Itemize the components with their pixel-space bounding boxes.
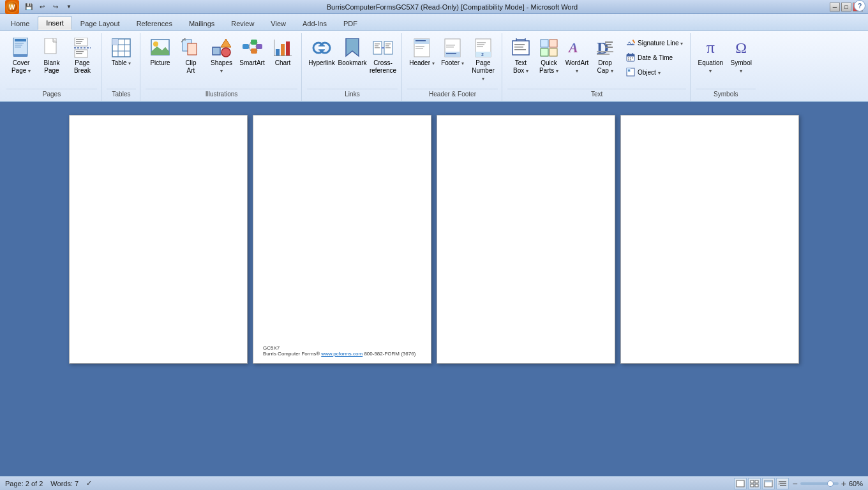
text-box-button[interactable]: TextBox ▾	[507, 34, 534, 79]
svg-rect-96	[632, 40, 635, 43]
svg-rect-15	[76, 51, 84, 52]
svg-rect-45	[286, 41, 290, 56]
svg-rect-36	[256, 44, 262, 49]
page-3-content	[437, 115, 615, 363]
chart-button[interactable]: Chart	[268, 34, 297, 79]
svg-rect-104	[628, 59, 629, 61]
footer-button[interactable]: Footer ▾	[438, 34, 467, 79]
redo-quick-btn[interactable]: ↪	[50, 1, 61, 13]
svg-rect-109	[737, 480, 744, 487]
tab-references[interactable]: References	[128, 16, 181, 30]
drop-cap-label: DropCap ▾	[597, 59, 613, 75]
quick-parts-button[interactable]: QuickParts ▾	[535, 34, 562, 79]
tab-home[interactable]: Home	[3, 16, 38, 30]
tab-insert[interactable]: Insert	[38, 16, 72, 30]
table-button[interactable]: Table ▾	[107, 34, 136, 79]
tab-mailings[interactable]: Mailings	[181, 16, 223, 30]
tab-pdf[interactable]: PDF	[335, 16, 366, 30]
picture-button[interactable]: Picture	[146, 34, 175, 79]
page-number-button[interactable]: 2 PageNumber ▾	[468, 34, 498, 84]
footer-link[interactable]: www.pcforms.com	[321, 351, 363, 357]
svg-line-38	[249, 47, 251, 51]
minimize-btn[interactable]: ─	[830, 3, 840, 11]
zoom-handle[interactable]	[827, 480, 834, 487]
signature-line-button[interactable]: Signature Line ▾	[622, 36, 686, 50]
svg-rect-77	[513, 41, 529, 55]
svg-rect-68	[446, 53, 456, 54]
header-icon	[412, 38, 432, 58]
view-buttons	[734, 478, 789, 489]
blank-page-button[interactable]: BlankPage	[37, 34, 66, 79]
shapes-button[interactable]: Shapes ▾	[207, 34, 236, 79]
svg-rect-94	[597, 54, 610, 55]
print-layout-btn[interactable]	[734, 478, 747, 489]
spell-check-icon[interactable]: ✓	[86, 479, 92, 487]
svg-rect-84	[541, 40, 548, 47]
help-button[interactable]: ?	[854, 0, 865, 11]
quick-access-toolbar: 💾 ↩ ↪ ▼	[23, 1, 75, 13]
save-quick-btn[interactable]: 💾	[23, 1, 34, 13]
zoom-slider[interactable]	[800, 482, 839, 485]
bookmark-icon	[342, 38, 363, 58]
wordart-button[interactable]: A WordArt ▾	[564, 34, 590, 79]
cover-page-label: CoverPage ▾	[11, 59, 31, 75]
svg-rect-98	[627, 54, 634, 57]
svg-rect-70	[446, 47, 454, 48]
zoom-level: 60%	[849, 480, 863, 487]
svg-rect-62	[414, 39, 430, 44]
full-screen-btn[interactable]	[748, 478, 761, 489]
restore-btn[interactable]: □	[841, 3, 851, 11]
qa-dropdown-btn[interactable]: ▼	[63, 1, 75, 13]
bookmark-button[interactable]: Bookmark	[338, 34, 367, 79]
web-layout-btn[interactable]	[762, 478, 775, 489]
page-2: GC5X7 Burris Computer Forms® www.pcforms…	[253, 115, 431, 364]
tables-buttons: Table ▾	[107, 33, 136, 87]
page-4	[620, 115, 799, 364]
quick-parts-label: QuickParts ▾	[539, 59, 558, 75]
svg-rect-53	[375, 43, 380, 45]
links-buttons: Hyperlink Bookmark	[307, 33, 398, 87]
svg-rect-58	[385, 45, 389, 47]
ribbon-group-header-footer: Header ▾ Footer ▾	[403, 33, 502, 101]
object-label: Object ▾	[638, 69, 661, 76]
outline-view-btn[interactable]	[776, 478, 789, 489]
cover-page-icon	[11, 38, 31, 58]
pages-buttons: CoverPage ▾ BlankPage	[6, 33, 97, 87]
svg-rect-57	[385, 43, 391, 45]
ribbon-group-tables: Table ▾ Tables	[103, 33, 140, 101]
tab-add-ins[interactable]: Add-Ins	[294, 16, 335, 30]
page-2-content	[253, 115, 431, 363]
equation-button[interactable]: π Equation ▾	[696, 34, 725, 79]
chart-icon	[273, 38, 293, 58]
blank-page-label: BlankPage	[43, 59, 59, 75]
zoom-in-btn[interactable]: +	[841, 479, 846, 489]
chart-label: Chart	[275, 59, 290, 67]
smartart-button[interactable]: SmartArt	[237, 34, 267, 79]
svg-rect-76	[477, 46, 483, 47]
tab-view[interactable]: View	[262, 16, 294, 30]
svg-rect-87	[550, 48, 557, 56]
tab-review[interactable]: Review	[223, 16, 262, 30]
svg-text:W: W	[9, 4, 15, 11]
title-bar-left: W 💾 ↩ ↪ ▼	[5, 0, 75, 14]
zoom-out-btn[interactable]: −	[793, 479, 798, 489]
header-button[interactable]: Header ▾	[407, 34, 437, 79]
svg-rect-65	[415, 48, 423, 49]
clip-art-button[interactable]: ClipArt	[176, 34, 206, 79]
page-break-button[interactable]: PageBreak	[68, 34, 97, 79]
svg-rect-93	[597, 51, 613, 52]
cover-page-button[interactable]: CoverPage ▾	[6, 34, 36, 79]
footer-line1: GC5X7	[263, 345, 421, 351]
status-left: Page: 2 of 2 Words: 7 ✓	[5, 479, 92, 487]
date-time-button[interactable]: Date & Time	[622, 50, 686, 64]
office-logo[interactable]: W	[5, 0, 19, 14]
undo-quick-btn[interactable]: ↩	[36, 1, 48, 13]
word-count: Words: 7	[50, 480, 79, 487]
svg-rect-100	[632, 53, 634, 56]
tab-page-layout[interactable]: Page Layout	[72, 16, 128, 30]
object-button[interactable]: Object ▾	[622, 65, 686, 79]
cross-reference-button[interactable]: Cross-reference	[368, 34, 398, 79]
drop-cap-button[interactable]: D DropCap ▾	[592, 34, 618, 79]
symbol-button[interactable]: Ω Symbol ▾	[726, 34, 756, 79]
hyperlink-button[interactable]: Hyperlink	[307, 34, 336, 79]
